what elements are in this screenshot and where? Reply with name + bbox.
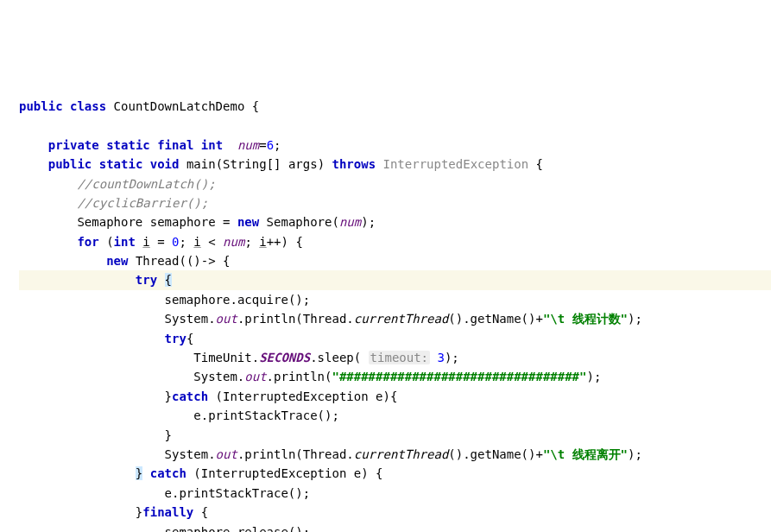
field-ref: num <box>223 235 244 249</box>
class-name: CountDownLatchDemo <box>114 99 245 113</box>
out: out <box>216 447 237 461</box>
field-name: num <box>237 138 259 152</box>
kw-new: new <box>237 215 259 229</box>
param-hint: timeout: <box>369 351 430 364</box>
kw-throws: throws <box>332 157 376 171</box>
kw-static: static <box>99 157 143 171</box>
args: (InterruptedException e){ <box>208 390 397 403</box>
lt: < <box>201 235 223 249</box>
kw-public: public <box>19 99 63 113</box>
kw-new: new <box>106 254 128 268</box>
line: TimeUnit.SECONDS.sleep( timeout: 3); <box>19 351 459 364</box>
kw-final: final <box>157 138 193 152</box>
line: //cyclicBarrier(); <box>19 196 208 210</box>
post: ().getName()+ <box>448 312 543 326</box>
kw-try: try <box>165 332 186 345</box>
string: "\t 线程计数" <box>543 312 628 326</box>
type: Semaphore <box>77 215 142 229</box>
end: ); <box>628 447 642 461</box>
close: } <box>165 428 172 442</box>
end: ); <box>628 312 642 326</box>
args: (String[] args) <box>216 157 325 171</box>
out: out <box>244 370 266 383</box>
mid: .println(Thread. <box>237 447 354 461</box>
kw-catch: catch <box>172 390 208 403</box>
ctor: Semaphore( <box>259 215 339 229</box>
eq: = <box>150 235 172 249</box>
num-literal: 6 <box>267 138 274 152</box>
line: for (int i = 0; i < num; i++) { <box>19 235 303 249</box>
semi: ; <box>274 138 281 152</box>
line: //countDownLatch(); <box>19 177 216 191</box>
sep: ; <box>180 235 194 249</box>
kw-catch: catch <box>150 466 186 480</box>
end: ); <box>445 351 459 364</box>
kw-int: int <box>201 138 223 152</box>
brace: { <box>193 505 208 519</box>
line: semaphore.release(); <box>19 525 310 532</box>
num: 0 <box>172 235 179 249</box>
brace-highlight: } <box>136 466 142 480</box>
line: System.out.println(Thread.currentThread(… <box>19 447 642 461</box>
pre: System. <box>165 447 216 461</box>
brace: { <box>536 157 543 171</box>
kw-class: class <box>70 99 106 113</box>
line: System.out.println(Thread.currentThread(… <box>19 312 642 326</box>
var: i <box>142 235 149 249</box>
line: e.printStackTrace(); <box>19 408 339 422</box>
var: i <box>259 235 266 249</box>
line: }catch (InterruptedException e){ <box>19 390 397 403</box>
comment: //countDownLatch(); <box>77 177 215 191</box>
line: try{ <box>19 332 193 345</box>
pre: System. <box>193 370 244 383</box>
comment: //cyclicBarrier(); <box>77 196 208 210</box>
open: ( <box>99 235 114 249</box>
close: ) { <box>281 235 303 249</box>
line: } catch (InterruptedException e) { <box>19 466 382 480</box>
method-name: main <box>186 157 216 171</box>
pre: TimeUnit. <box>193 351 259 364</box>
var: semaphore <box>150 215 216 229</box>
stmt: e.printStackTrace(); <box>165 486 311 500</box>
highlighted-line: try { <box>19 270 771 289</box>
args: (InterruptedException e) { <box>186 466 383 480</box>
close: } <box>165 390 172 403</box>
sep: ; <box>244 235 259 249</box>
line: System.out.println("####################… <box>19 370 601 383</box>
obj: semaphore <box>165 525 231 532</box>
field-ref: num <box>339 215 361 229</box>
code-editor[interactable]: public class CountDownLatchDemo { privat… <box>0 78 771 532</box>
gutter <box>0 78 16 532</box>
line: } <box>19 428 172 442</box>
pp: ++ <box>267 235 281 249</box>
kw-int: int <box>114 235 136 249</box>
brace-highlight: { <box>165 273 172 287</box>
line: }finally { <box>19 505 208 519</box>
mid: .println(Thread. <box>237 312 354 326</box>
kw-for: for <box>77 235 98 249</box>
dot: . <box>230 525 237 532</box>
mid: .sleep( <box>310 351 368 364</box>
ct: currentThread <box>354 312 449 326</box>
out: out <box>216 312 237 326</box>
line: private static final int num=6; <box>19 138 281 152</box>
eq: = <box>259 138 266 152</box>
ct: currentThread <box>354 447 449 461</box>
dot: . <box>230 293 237 307</box>
kw-private: private <box>48 138 99 152</box>
method: acquire(); <box>237 293 310 307</box>
num: 3 <box>437 351 444 364</box>
var: i <box>193 235 200 249</box>
code-area[interactable]: public class CountDownLatchDemo { privat… <box>16 78 771 532</box>
kw-void: void <box>150 157 180 171</box>
eq: = <box>216 215 237 229</box>
mid: .println( <box>267 370 332 383</box>
thread: Thread(()-> { <box>128 254 230 268</box>
line: e.printStackTrace(); <box>19 486 310 500</box>
kw-public: public <box>48 157 92 171</box>
pre: System. <box>165 312 216 326</box>
end: ); <box>586 370 601 383</box>
line: public class CountDownLatchDemo { <box>19 99 259 113</box>
line: public static void main(String[] args) t… <box>19 157 543 171</box>
seconds: SECONDS <box>259 351 310 364</box>
